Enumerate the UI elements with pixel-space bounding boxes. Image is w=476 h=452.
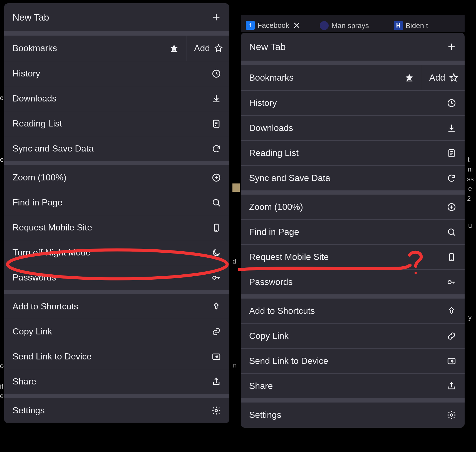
menu-item-request-mobile-site[interactable]: Request Mobile Site	[241, 245, 465, 270]
plus-icon[interactable]	[447, 42, 456, 51]
menu-item-reading-list[interactable]: Reading List	[241, 141, 465, 166]
search-icon	[447, 227, 456, 237]
add-bookmark-button[interactable]: Add	[422, 65, 465, 90]
browser-menu-right: New Tab Bookmarks Add HistoryDownloadsRe…	[241, 33, 465, 428]
menu-item-label: Passwords	[13, 272, 56, 283]
reading-icon	[447, 148, 456, 158]
menu-item-copy-link[interactable]: Copy Link	[4, 319, 229, 344]
menu-item-copy-link[interactable]: Copy Link	[241, 324, 465, 349]
share-icon	[447, 381, 456, 391]
key-icon	[447, 277, 456, 287]
gear-icon	[447, 410, 456, 420]
sync-icon	[212, 144, 221, 153]
link-icon	[447, 331, 456, 341]
menu-item-find-in-page[interactable]: Find in Page	[241, 220, 465, 245]
star-outline-icon	[214, 44, 223, 53]
search-icon	[212, 198, 221, 207]
browser-tab[interactable]: H Biden t	[391, 19, 463, 32]
tab-title: Biden t	[406, 21, 428, 30]
menu-item-passwords[interactable]: Passwords	[241, 270, 465, 295]
menu-item-sync-and-save-data[interactable]: Sync and Save Data	[4, 136, 229, 161]
plus-icon[interactable]	[212, 13, 221, 22]
menu-item-downloads[interactable]: Downloads	[4, 86, 229, 111]
menu-item-settings[interactable]: Settings	[4, 398, 229, 423]
menu-item-passwords[interactable]: Passwords	[4, 265, 229, 290]
menu-item-label: Sync and Save Data	[13, 143, 94, 154]
add-bookmark-button[interactable]: Add	[187, 36, 229, 61]
browser-tab[interactable]: Man sprays	[316, 19, 389, 32]
menu-item-label: Send Link to Device	[13, 351, 92, 362]
menu-item-label: Reading List	[249, 148, 299, 158]
star-filled-icon	[169, 44, 179, 53]
clock-icon	[447, 98, 456, 108]
menu-item-send-link-to-device[interactable]: Send Link to Device	[241, 349, 465, 374]
bookmarks-row[interactable]: Bookmarks Add	[4, 36, 229, 61]
bookmarks-label: Bookmarks	[4, 36, 169, 61]
menu-item-turn-off-night-mode[interactable]: Turn off Night Mode	[4, 240, 229, 265]
menu-item-add-to-shortcuts[interactable]: Add to Shortcuts	[241, 299, 465, 324]
bookmarks-row[interactable]: Bookmarks Add	[241, 65, 465, 91]
clock-icon	[212, 69, 221, 78]
separator	[4, 31, 229, 36]
new-tab-row[interactable]: New Tab	[4, 3, 229, 31]
reading-icon	[212, 119, 221, 128]
menu-item-label: Share	[249, 381, 273, 391]
add-bookmark-label: Add	[194, 43, 210, 53]
menu-item-label: Copy Link	[13, 326, 52, 337]
browser-tab[interactable]: f Facebook	[242, 18, 315, 32]
svg-point-7	[215, 409, 218, 412]
separator	[4, 161, 229, 165]
bookmarks-icon[interactable]	[405, 65, 422, 90]
menu-item-add-to-shortcuts[interactable]: Add to Shortcuts	[4, 294, 229, 319]
menu-item-label: Sync and Save Data	[249, 173, 330, 183]
share-icon	[212, 377, 221, 386]
menu-item-label: Request Mobile Site	[13, 222, 92, 233]
menu-item-history[interactable]: History	[4, 61, 229, 86]
menu-item-label: Add to Shortcuts	[249, 306, 315, 316]
mobile-icon	[447, 252, 456, 262]
pin-icon	[212, 302, 221, 311]
menu-item-label: History	[13, 68, 40, 79]
menu-item-label: Zoom (100%)	[249, 202, 303, 212]
favicon-icon: f	[246, 21, 255, 30]
menu-item-zoom-100[interactable]: Zoom (100%)	[241, 195, 465, 220]
new-tab-label: New Tab	[13, 12, 49, 23]
separator	[241, 295, 465, 299]
menu-item-label: Downloads	[13, 93, 56, 104]
menu-item-share[interactable]: Share	[4, 369, 229, 394]
separator	[241, 191, 465, 195]
menu-item-find-in-page[interactable]: Find in Page	[4, 190, 229, 215]
close-icon[interactable]	[292, 21, 301, 30]
menu-item-zoom-100[interactable]: Zoom (100%)	[4, 165, 229, 190]
menu-item-settings[interactable]: Settings	[241, 403, 465, 428]
send-device-icon	[447, 356, 456, 366]
gear-icon	[212, 406, 221, 415]
menu-item-send-link-to-device[interactable]: Send Link to Device	[4, 344, 229, 369]
favicon-icon: H	[394, 21, 403, 30]
menu-item-sync-and-save-data[interactable]: Sync and Save Data	[241, 166, 465, 191]
star-outline-icon	[449, 73, 458, 83]
menu-item-downloads[interactable]: Downloads	[241, 116, 465, 141]
svg-point-13	[448, 280, 451, 284]
link-icon	[212, 327, 221, 336]
mobile-icon	[212, 223, 221, 232]
new-tab-row[interactable]: New Tab	[241, 33, 465, 61]
new-tab-label: New Tab	[249, 41, 286, 52]
menu-item-label: Find in Page	[249, 227, 299, 237]
menu-item-label: Send Link to Device	[249, 356, 328, 366]
menu-item-label: Passwords	[249, 277, 293, 287]
sync-icon	[447, 173, 456, 183]
menu-item-label: Copy Link	[249, 331, 289, 341]
svg-point-15	[450, 414, 453, 416]
menu-item-label: Zoom (100%)	[13, 172, 66, 183]
menu-item-request-mobile-site[interactable]: Request Mobile Site	[4, 215, 229, 240]
menu-item-label: Settings	[13, 405, 45, 416]
zoom-plus-icon	[447, 202, 456, 212]
menu-item-label: Find in Page	[13, 197, 63, 208]
bookmarks-icon[interactable]	[169, 36, 187, 61]
tab-bar: f Facebook Man sprays H Biden t	[241, 15, 465, 32]
menu-item-share[interactable]: Share	[241, 374, 465, 399]
menu-item-reading-list[interactable]: Reading List	[4, 111, 229, 136]
download-icon	[447, 123, 456, 133]
menu-item-history[interactable]: History	[241, 91, 465, 116]
